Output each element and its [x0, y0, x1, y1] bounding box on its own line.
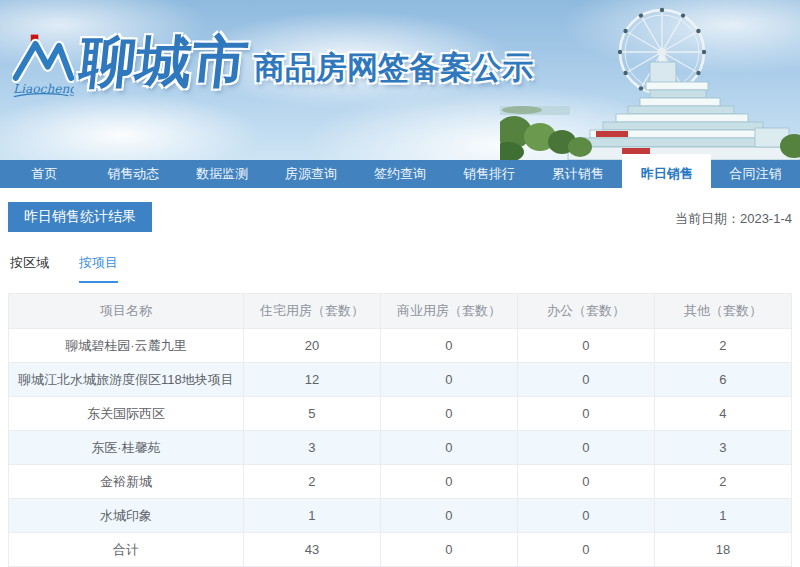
- count-cell: 1: [243, 499, 380, 533]
- count-cell: 0: [517, 499, 654, 533]
- count-cell: 18: [654, 533, 791, 567]
- count-cell: 3: [243, 431, 380, 465]
- nav-item-0[interactable]: 首页: [0, 160, 89, 188]
- count-cell: 0: [380, 329, 517, 363]
- nav-item-5[interactable]: 销售排行: [444, 160, 533, 188]
- nav-item-1[interactable]: 销售动态: [89, 160, 178, 188]
- count-cell: 0: [380, 431, 517, 465]
- page: Liaocheng 聊城市 商品房网签备案公示: [0, 0, 800, 567]
- count-cell: 0: [517, 397, 654, 431]
- current-date-label: 当前日期：2023-1-4: [675, 210, 792, 228]
- count-cell: 6: [654, 363, 791, 397]
- project-name-cell: 合计: [9, 533, 244, 567]
- count-cell: 0: [380, 465, 517, 499]
- column-header-1: 住宅用房（套数）: [243, 294, 380, 329]
- project-name-cell: 东关国际西区: [9, 397, 244, 431]
- section-head: 昨日销售统计结果 当前日期：2023-1-4: [8, 202, 792, 232]
- shoreline: [500, 106, 570, 115]
- nav-item-6[interactable]: 累计销售: [533, 160, 622, 188]
- count-cell: 2: [654, 329, 791, 363]
- site-title-main: 商品房网签备案公示: [254, 52, 533, 83]
- nav-item-7[interactable]: 昨日销售: [622, 154, 711, 188]
- header-banner: Liaocheng 聊城市 商品房网签备案公示: [0, 0, 800, 160]
- project-name-cell: 东医·桂馨苑: [9, 431, 244, 465]
- count-cell: 0: [380, 499, 517, 533]
- column-header-4: 其他（套数）: [654, 294, 791, 329]
- site-title-calligraphy: 聊城市: [77, 34, 251, 90]
- nav-item-8[interactable]: 合同注销: [711, 160, 800, 188]
- count-cell: 43: [243, 533, 380, 567]
- table-row-5: 水城印象1001: [9, 499, 792, 533]
- table-row-4: 金裕新城2002: [9, 465, 792, 499]
- sales-table: 项目名称住宅用房（套数）商业用房（套数）办公（套数）其他（套数） 聊城碧桂园·云…: [8, 293, 792, 567]
- count-cell: 1: [654, 499, 791, 533]
- content-area: 昨日销售统计结果 当前日期：2023-1-4 按区域按项目 项目名称住宅用房（套…: [0, 202, 800, 567]
- count-cell: 0: [517, 329, 654, 363]
- project-name-cell: 聊城江北水城旅游度假区118地块项目: [9, 363, 244, 397]
- count-cell: 0: [517, 431, 654, 465]
- view-tab-0[interactable]: 按区域: [10, 254, 49, 283]
- count-cell: 2: [243, 465, 380, 499]
- count-cell: 0: [380, 397, 517, 431]
- count-cell: 4: [654, 397, 791, 431]
- view-tabs: 按区域按项目: [8, 254, 792, 283]
- table-row-6: 合计430018: [9, 533, 792, 567]
- project-name-cell: 聊城碧桂园·云麓九里: [9, 329, 244, 363]
- project-name-cell: 金裕新城: [9, 465, 244, 499]
- count-cell: 0: [380, 533, 517, 567]
- nav-item-3[interactable]: 房源查询: [267, 160, 356, 188]
- project-name-cell: 水城印象: [9, 499, 244, 533]
- count-cell: 20: [243, 329, 380, 363]
- count-cell: 0: [517, 465, 654, 499]
- main-nav: 首页销售动态数据监测房源查询签约查询销售排行累计销售昨日销售合同注销: [0, 160, 800, 188]
- table-row-2: 东关国际西区5004: [9, 397, 792, 431]
- count-cell: 0: [380, 363, 517, 397]
- table-row-3: 东医·桂馨苑3003: [9, 431, 792, 465]
- nav-item-4[interactable]: 签约查询: [356, 160, 445, 188]
- nav-item-2[interactable]: 数据监测: [178, 160, 267, 188]
- brand-row: Liaocheng 聊城市 商品房网签备案公示: [12, 30, 533, 105]
- column-header-2: 商业用房（套数）: [380, 294, 517, 329]
- section-title-badge: 昨日销售统计结果: [8, 202, 152, 232]
- count-cell: 2: [654, 465, 791, 499]
- view-tab-1[interactable]: 按项目: [79, 254, 118, 283]
- count-cell: 5: [243, 397, 380, 431]
- count-cell: 12: [243, 363, 380, 397]
- water-city-scene: [500, 0, 800, 160]
- column-header-0: 项目名称: [9, 294, 244, 329]
- column-header-3: 办公（套数）: [517, 294, 654, 329]
- count-cell: 0: [517, 363, 654, 397]
- liaocheng-logo-icon: Liaocheng: [12, 30, 74, 105]
- table-row-1: 聊城江北水城旅游度假区118地块项目12006: [9, 363, 792, 397]
- table-header-row: 项目名称住宅用房（套数）商业用房（套数）办公（套数）其他（套数）: [9, 294, 792, 329]
- count-cell: 0: [517, 533, 654, 567]
- count-cell: 3: [654, 431, 791, 465]
- building: [568, 62, 800, 160]
- table-row-0: 聊城碧桂园·云麓九里20002: [9, 329, 792, 363]
